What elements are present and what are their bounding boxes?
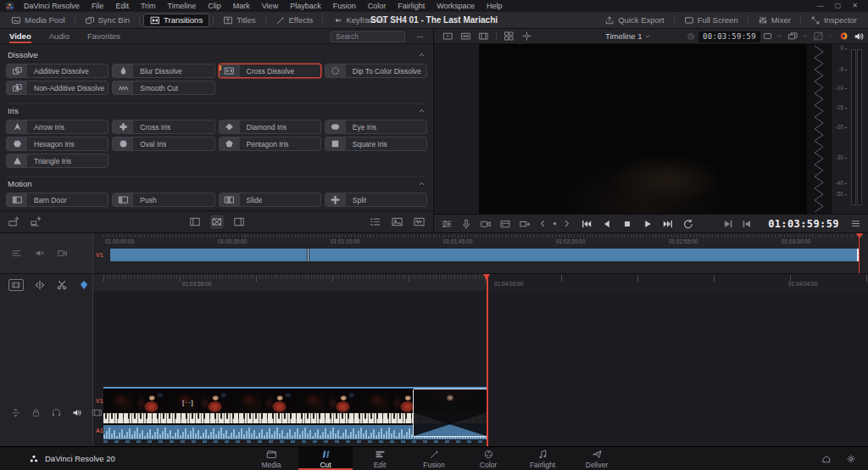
menu-edit[interactable]: Edit	[109, 0, 135, 12]
to-end-icon[interactable]	[722, 218, 734, 230]
adjust-sliders-icon[interactable]	[441, 218, 453, 230]
transition-additive-dissolve[interactable]: Additive Dissolve	[6, 64, 108, 78]
transition-cross-dissolve[interactable]: Cross Dissolve	[219, 64, 321, 78]
timeline-ruler[interactable]: 01:03:56:0001:04:00:0001:04:04:00	[93, 274, 868, 291]
mixer-button[interactable]: Mixer	[752, 14, 797, 27]
insert-clip-icon[interactable]	[30, 215, 42, 228]
transform-tool-icon[interactable]	[521, 31, 532, 42]
angle-left-icon[interactable]	[538, 219, 548, 228]
overlay-dropdown-icon[interactable]	[762, 31, 773, 42]
overview-ruler[interactable]: 01:00:00:0001:00:35:0001:01:10:0001:01:4…	[93, 233, 868, 247]
tab-audio[interactable]: Audio	[49, 29, 70, 43]
menu-trim[interactable]: Trim	[135, 0, 162, 12]
menu-view[interactable]: View	[256, 0, 284, 12]
transition-arrow-iris[interactable]: Arrow Iris	[6, 120, 108, 134]
section-header-iris[interactable]: Iris	[6, 104, 427, 117]
transition-non-additive-dissolve[interactable]: Non-Additive Dissolve	[6, 81, 108, 95]
page-tab-media[interactable]: Media	[244, 447, 298, 470]
full-screen-button[interactable]: Full Screen	[678, 14, 744, 27]
headphones-icon[interactable]	[51, 407, 62, 418]
next-clip-icon[interactable]	[662, 218, 674, 230]
scene-cut-icon[interactable]	[499, 218, 511, 230]
tab-video[interactable]: Video	[9, 29, 31, 43]
transition-pentagon-iris[interactable]: Pentagon Iris	[219, 137, 321, 151]
overview-playhead[interactable]	[859, 233, 860, 273]
minimize-control[interactable]: —	[817, 0, 824, 12]
section-header-motion[interactable]: Motion	[6, 176, 427, 190]
mute-speaker-icon[interactable]	[34, 248, 45, 259]
playhead-timecode[interactable]: 01:03:59:59	[768, 218, 839, 230]
filmstrip-small-icon[interactable]	[92, 407, 103, 418]
maximize-control[interactable]: ▢	[835, 0, 842, 12]
transition-diamond-iris[interactable]: Diamond Iris	[219, 120, 321, 134]
hamburger-menu-icon[interactable]	[850, 218, 861, 229]
menu-davinci-resolve[interactable]: DaVinci Resolve	[18, 0, 86, 12]
more-options-icon[interactable]	[415, 33, 426, 41]
color-management-icon[interactable]	[838, 31, 849, 42]
media-pool-button[interactable]: Media Pool	[5, 14, 71, 27]
waveform-view-icon[interactable]	[413, 215, 426, 228]
filmstrip-view-icon[interactable]	[478, 31, 489, 42]
transition-end-icon[interactable]	[232, 215, 245, 228]
lock-icon[interactable]	[31, 407, 42, 418]
effects-button[interactable]: Effects	[270, 14, 320, 27]
transition-eye-iris[interactable]: Eye Iris	[325, 120, 427, 134]
keyframes-button[interactable]: Keyframes	[326, 14, 390, 27]
timeline-playhead[interactable]	[487, 274, 488, 447]
record-dot-icon[interactable]	[550, 219, 559, 228]
transition-barn-door[interactable]: Barn Door	[6, 193, 108, 207]
transition-oval-iris[interactable]: Oval Iris	[112, 137, 214, 151]
quick-export-button[interactable]: Quick Export	[598, 14, 670, 27]
viewer-timecode[interactable]: 00:03:59:59	[687, 31, 760, 42]
transition-smooth-cut[interactable]: Smooth Cut	[112, 81, 214, 95]
append-clip-icon[interactable]	[8, 215, 20, 228]
film-view-icon[interactable]	[8, 279, 24, 291]
page-tab-fairlight[interactable]: Fairlight	[515, 447, 570, 470]
page-tab-edit[interactable]: Edit	[353, 447, 407, 470]
track-height-icon[interactable]	[10, 407, 21, 418]
transition-split[interactable]: Split	[325, 193, 427, 207]
play-icon[interactable]	[642, 218, 654, 230]
transition-triangle-iris[interactable]: Triangle Iris	[6, 154, 108, 168]
titles-button[interactable]: Titles	[217, 14, 261, 27]
transition-slide[interactable]: Slide	[219, 193, 321, 207]
mic-icon[interactable]	[460, 218, 472, 230]
tab-favorites[interactable]: Favorites	[87, 29, 120, 43]
menu-color[interactable]: Color	[362, 0, 392, 12]
page-tab-fusion[interactable]: Fusion	[407, 447, 461, 470]
track-list-icon[interactable]	[369, 215, 381, 228]
menu-fusion[interactable]: Fusion	[327, 0, 362, 12]
speaker-on-icon[interactable]	[71, 407, 82, 418]
transition-push[interactable]: Push	[112, 193, 214, 207]
clip-view-icon[interactable]	[391, 215, 403, 228]
output-dropdown-icon[interactable]	[787, 31, 798, 42]
jog-scrub-strip[interactable]	[807, 44, 831, 214]
menu-workspace[interactable]: Workspace	[431, 0, 481, 12]
search-input[interactable]	[331, 31, 405, 42]
close-control[interactable]: ✕	[852, 0, 858, 12]
camera-small-icon[interactable]	[57, 248, 68, 259]
menu-file[interactable]: File	[86, 0, 110, 12]
menu-fairlight[interactable]: Fairlight	[392, 0, 431, 12]
transition-dip-to-color-dissolve[interactable]: Dip To Color Dissolve	[325, 64, 427, 78]
menu-timeline[interactable]: Timeline	[162, 0, 203, 12]
sync-bin-button[interactable]: Sync Bin	[79, 14, 136, 27]
tracks-icon[interactable]	[11, 248, 22, 259]
transitions-button[interactable]: Transitions	[143, 14, 209, 27]
page-tab-cut[interactable]: Cut	[298, 447, 353, 470]
cross-dissolve-transition-clip[interactable]	[413, 389, 487, 437]
menu-help[interactable]: Help	[481, 0, 509, 12]
clip-marker[interactable]: [··]	[182, 399, 194, 406]
transition-center-icon[interactable]	[210, 215, 223, 228]
page-tab-deliver[interactable]: Deliver	[570, 447, 624, 470]
speaker-icon[interactable]	[853, 31, 865, 42]
camera-icon[interactable]	[480, 218, 492, 230]
page-tab-color[interactable]: Color	[461, 447, 515, 470]
menu-mark[interactable]: Mark	[227, 0, 256, 12]
menu-clip[interactable]: Clip	[202, 0, 227, 12]
inspector-button[interactable]: Inspector	[804, 14, 863, 27]
transition-cross-iris[interactable]: Cross Iris	[112, 120, 214, 134]
home-icon[interactable]	[821, 454, 832, 464]
menu-playback[interactable]: Playback	[284, 0, 327, 12]
smart-indicator-icon[interactable]	[78, 279, 90, 291]
